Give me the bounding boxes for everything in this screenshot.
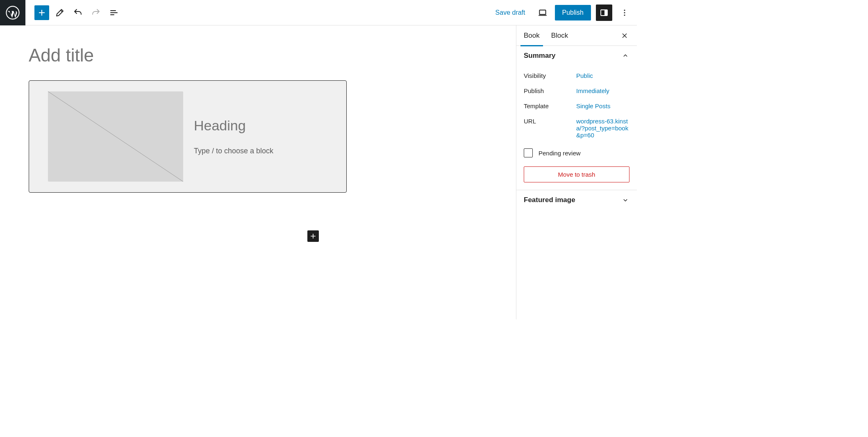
redo-button [89, 5, 103, 20]
undo-button[interactable] [70, 5, 85, 20]
block-heading-placeholder[interactable]: Heading [194, 118, 327, 134]
editor-header: Save draft Publish [0, 0, 637, 25]
more-options-button[interactable] [617, 5, 632, 20]
visibility-value[interactable]: Public [576, 72, 629, 79]
svg-point-5 [624, 12, 625, 13]
publish-button[interactable]: Publish [555, 5, 591, 20]
laptop-icon [537, 7, 548, 18]
block-text-area: Heading Type / to choose a block [194, 118, 327, 155]
featured-image-panel-header[interactable]: Featured image [516, 190, 637, 210]
svg-rect-1 [539, 10, 545, 14]
pending-review-label: Pending review [539, 150, 581, 157]
pending-review-checkbox[interactable] [524, 148, 533, 157]
list-icon [109, 8, 119, 18]
close-sidebar-button[interactable] [620, 31, 629, 41]
svg-point-4 [624, 9, 625, 11]
preview-button[interactable] [535, 5, 550, 20]
append-block-button[interactable] [307, 230, 319, 242]
chevron-up-icon [621, 52, 629, 60]
svg-point-6 [624, 14, 625, 16]
chevron-down-icon [621, 196, 629, 204]
tools-button[interactable] [52, 5, 67, 20]
main-area: Heading Type / to choose a block Book Bl… [0, 25, 637, 319]
tab-book[interactable]: Book [524, 25, 540, 46]
wordpress-icon [6, 6, 20, 20]
sidebar-tabs: Book Block [516, 25, 637, 46]
editor-canvas[interactable]: Heading Type / to choose a block [0, 25, 516, 319]
pencil-icon [55, 8, 65, 18]
url-value[interactable]: wordpress-63.kinsta/?post_type=book&p=60 [576, 118, 629, 139]
media-text-block[interactable]: Heading Type / to choose a block [29, 80, 347, 193]
redo-icon [91, 8, 101, 18]
toolbar-left [25, 5, 121, 20]
close-icon [620, 32, 629, 40]
visibility-label: Visibility [524, 72, 576, 79]
featured-image-panel-title: Featured image [524, 196, 575, 204]
save-draft-button[interactable]: Save draft [491, 6, 530, 20]
placeholder-diagonal-icon [48, 91, 183, 182]
pending-review-row: Pending review [524, 143, 629, 161]
summary-panel-body: Visibility Public Publish Immediately Te… [516, 66, 637, 190]
move-to-trash-button[interactable]: Move to trash [524, 166, 629, 182]
image-placeholder[interactable] [48, 91, 183, 182]
url-label: URL [524, 118, 576, 139]
block-paragraph-hint[interactable]: Type / to choose a block [194, 147, 327, 155]
url-row: URL wordpress-63.kinsta/?post_type=book&… [524, 114, 629, 143]
plus-icon [37, 8, 47, 18]
add-block-button[interactable] [34, 5, 49, 20]
summary-panel-header[interactable]: Summary [516, 46, 637, 66]
settings-sidebar-button[interactable] [596, 5, 612, 21]
tab-block[interactable]: Block [551, 25, 568, 46]
publish-row: Publish Immediately [524, 83, 629, 98]
wordpress-logo[interactable] [0, 0, 25, 25]
template-value[interactable]: Single Posts [576, 102, 629, 109]
template-label: Template [524, 102, 576, 109]
undo-icon [73, 8, 83, 18]
post-title-input[interactable] [29, 45, 502, 66]
summary-panel-title: Summary [524, 52, 555, 60]
template-row: Template Single Posts [524, 98, 629, 114]
visibility-row: Visibility Public [524, 68, 629, 83]
more-vertical-icon [620, 8, 629, 18]
sidebar-icon [599, 8, 609, 18]
toolbar-right: Save draft Publish [491, 5, 637, 21]
svg-line-7 [48, 91, 183, 182]
publish-value[interactable]: Immediately [576, 87, 629, 94]
settings-sidebar: Book Block Summary Visibility Public Pub… [516, 25, 637, 319]
plus-icon [309, 232, 317, 240]
svg-rect-3 [604, 10, 607, 16]
publish-label: Publish [524, 87, 576, 94]
document-overview-button[interactable] [107, 5, 121, 20]
